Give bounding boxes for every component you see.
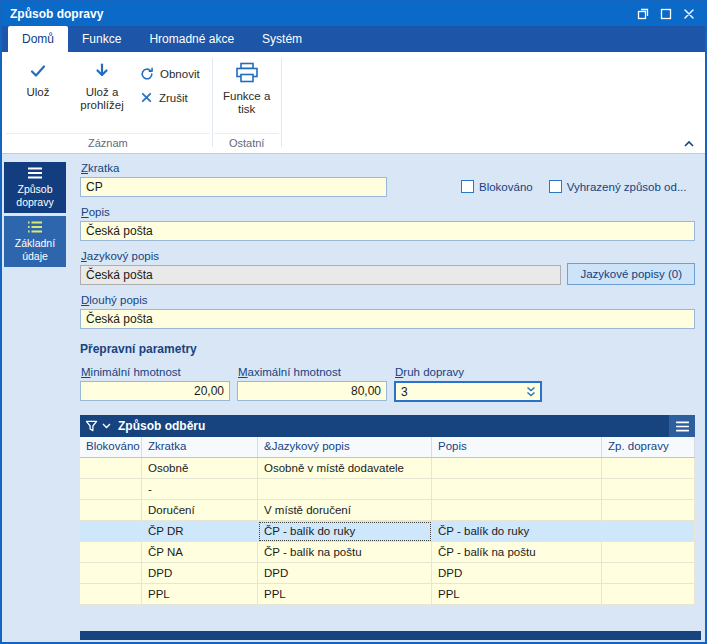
column-header-zkratka[interactable]: Zkratka — [142, 437, 258, 457]
section-prepravni-parametry: Přepravní parametry — [80, 342, 695, 356]
refresh-button[interactable]: Obnovit — [140, 67, 200, 81]
cell-zp-dopravy[interactable] — [602, 584, 695, 605]
cell-popis[interactable] — [432, 500, 602, 521]
cancel-button[interactable]: Zrušit — [140, 91, 200, 104]
jazykovy-popis-label: Jazykový popis — [81, 250, 561, 262]
cell-blokovano[interactable] — [80, 563, 142, 584]
cell-popis[interactable]: PPL — [432, 584, 602, 605]
save-and-view-button[interactable]: Ulož a prohlížej — [70, 54, 134, 112]
cell-jazykovy-popis[interactable]: Osobně v místě dodavatele — [258, 458, 432, 479]
cell-zp-dopravy[interactable] — [602, 500, 695, 521]
cell-zp-dopravy[interactable] — [602, 542, 695, 563]
grid-row[interactable]: PPL PPL PPL — [80, 584, 695, 605]
arrow-down-icon — [93, 62, 111, 80]
cell-zp-dopravy[interactable] — [602, 521, 695, 542]
grid-menu-button[interactable] — [669, 415, 695, 437]
druh-dopravy-combo[interactable]: 3 — [394, 381, 542, 402]
cell-zkratka[interactable]: - — [142, 479, 258, 500]
ribbon-tab-strip: Domů Funkce Hromadné akce Systém — [2, 26, 705, 52]
list-icon — [27, 221, 43, 233]
x-icon — [140, 91, 153, 104]
max-hmotnost-input[interactable]: 80,00 — [237, 381, 387, 401]
cell-jazykovy-popis-focused[interactable]: ČP - balík do ruky — [258, 521, 432, 542]
tab-funkce[interactable]: Funkce — [68, 26, 135, 52]
blokovano-label: Blokováno — [479, 181, 533, 193]
dropdown-icon — [524, 386, 538, 398]
close-window-button[interactable] — [679, 5, 699, 23]
jazykove-popisy-button[interactable]: Jazykové popisy (0) — [567, 263, 695, 285]
close-icon — [683, 8, 695, 20]
cell-zkratka[interactable]: ČP NA — [142, 542, 258, 563]
grid-row-selected[interactable]: ČP DR ČP - balík do ruky ČP - balík do r… — [80, 521, 695, 542]
cell-zp-dopravy[interactable] — [602, 563, 695, 584]
maximize-window-button[interactable] — [656, 5, 676, 23]
cell-blokovano[interactable] — [80, 542, 142, 563]
sidebar-item-zpusob-dopravy[interactable]: Způsob dopravy — [4, 162, 66, 213]
cell-jazykovy-popis[interactable]: DPD — [258, 563, 432, 584]
cell-blokovano[interactable] — [80, 521, 142, 542]
cell-zkratka[interactable]: ČP DR — [142, 521, 258, 542]
cell-zkratka[interactable]: PPL — [142, 584, 258, 605]
maximize-icon — [660, 8, 672, 20]
cell-zp-dopravy[interactable] — [602, 458, 695, 479]
tab-system[interactable]: Systém — [248, 26, 316, 52]
column-header-blokovano[interactable]: Blokováno — [80, 437, 142, 457]
zkratka-label: Zkratka — [81, 162, 387, 174]
save-and-view-button-label: Ulož a prohlížej — [70, 86, 134, 112]
grid-row[interactable]: DPD DPD DPD — [80, 563, 695, 584]
grid-row[interactable]: - — [80, 479, 695, 500]
hamburger-icon — [675, 421, 690, 432]
zkratka-input[interactable]: CP — [80, 177, 387, 197]
horizontal-scrollbar[interactable] — [80, 631, 701, 640]
cell-jazykovy-popis[interactable]: V místě doručení — [258, 500, 432, 521]
druh-dopravy-value: 3 — [401, 385, 524, 399]
sidebar-item-zakladni-udaje[interactable]: Základní údaje — [4, 216, 66, 267]
grid-row[interactable]: Osobně Osobně v místě dodavatele — [80, 458, 695, 479]
blokovano-checkbox[interactable] — [461, 180, 474, 193]
grid-row[interactable]: ČP NA ČP - balík na poštu ČP - balík na … — [80, 542, 695, 563]
cell-zkratka[interactable]: DPD — [142, 563, 258, 584]
cell-jazykovy-popis[interactable] — [258, 479, 432, 500]
cell-blokovano[interactable] — [80, 584, 142, 605]
cell-popis[interactable]: ČP - balík do ruky — [432, 521, 602, 542]
titlebar[interactable]: Způsob dopravy — [2, 2, 705, 26]
column-header-popis[interactable]: Popis — [432, 437, 602, 457]
ribbon-collapse-button[interactable] — [683, 140, 695, 148]
functions-print-button[interactable]: Funkce a tisk — [215, 54, 279, 116]
popis-label: Popis — [81, 206, 695, 218]
ribbon-group-label-ostatni: Ostatní — [215, 133, 279, 153]
cell-blokovano[interactable] — [80, 479, 142, 500]
tab-domu[interactable]: Domů — [8, 26, 68, 52]
column-header-zp-dopravy[interactable]: Zp. dopravy — [602, 437, 695, 457]
restore-window-button[interactable] — [633, 5, 653, 23]
popis-input[interactable]: Česká pošta — [80, 221, 695, 241]
chevron-up-icon — [683, 140, 695, 148]
max-hmotnost-label: Maximální hmotnost — [238, 366, 387, 378]
filter-icon[interactable] — [85, 420, 98, 432]
grid-row[interactable]: Doručení V místě doručení — [80, 500, 695, 521]
column-header-jazykovy-popis[interactable]: &Jazykový popis — [258, 437, 432, 457]
cell-zkratka[interactable]: Osobně — [142, 458, 258, 479]
tab-hromadne-akce[interactable]: Hromadné akce — [135, 26, 248, 52]
cell-zkratka[interactable]: Doručení — [142, 500, 258, 521]
min-hmotnost-input[interactable]: 20,00 — [80, 381, 230, 401]
save-button[interactable]: Ulož — [6, 54, 70, 99]
grid-header-bar: Způsob odběru — [80, 415, 695, 437]
chevron-down-icon[interactable] — [102, 423, 111, 429]
cell-popis[interactable]: DPD — [432, 563, 602, 584]
cell-popis[interactable] — [432, 479, 602, 500]
cell-jazykovy-popis[interactable]: ČP - balík na poštu — [258, 542, 432, 563]
sidebar-item-label: Základní údaje — [6, 237, 64, 262]
cell-blokovano[interactable] — [80, 458, 142, 479]
vyhrazeny-checkbox-row[interactable]: Vyhrazený způsob od... — [549, 180, 687, 193]
cell-blokovano[interactable] — [80, 500, 142, 521]
cell-popis[interactable]: ČP - balík na poštu — [432, 542, 602, 563]
blokovano-checkbox-row[interactable]: Blokováno — [461, 180, 533, 193]
body: Způsob dopravy Základní údaje Zkratka CP… — [2, 154, 705, 642]
cell-jazykovy-popis[interactable]: PPL — [258, 584, 432, 605]
dlouhy-popis-input[interactable]: Česká pošta — [80, 309, 695, 329]
ribbon: Ulož Ulož a prohlížej Obnovit Zrušit — [2, 52, 705, 154]
vyhrazeny-checkbox[interactable] — [549, 180, 562, 193]
cell-popis[interactable] — [432, 458, 602, 479]
cell-zp-dopravy[interactable] — [602, 479, 695, 500]
